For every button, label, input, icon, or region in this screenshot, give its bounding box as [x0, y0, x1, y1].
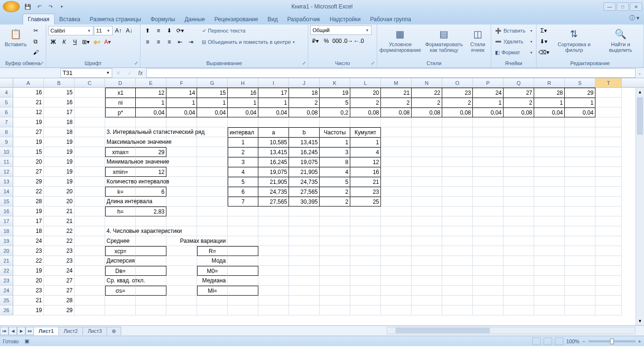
conditional-format-button[interactable]: ▦Условное форматирование — [379, 25, 421, 54]
cell[interactable]: Кумулят — [350, 127, 381, 137]
cell[interactable] — [595, 216, 622, 226]
cell[interactable]: 19 — [44, 137, 74, 147]
cell[interactable] — [166, 167, 197, 177]
cell[interactable] — [166, 246, 197, 256]
cell[interactable] — [534, 246, 565, 256]
cell[interactable]: a — [258, 127, 289, 137]
cell[interactable] — [565, 216, 595, 226]
cell[interactable]: 19 — [44, 147, 74, 157]
cell[interactable] — [289, 117, 320, 127]
maximize-button[interactable]: □ — [617, 2, 629, 11]
cell[interactable] — [412, 256, 442, 266]
cell[interactable] — [320, 286, 350, 296]
prev-sheet-icon[interactable]: ◀ — [8, 327, 17, 335]
cell[interactable] — [534, 137, 565, 147]
cell[interactable] — [473, 137, 504, 147]
cell[interactable] — [565, 266, 595, 276]
cell[interactable] — [595, 296, 622, 306]
cell[interactable]: 4 — [228, 167, 258, 177]
cell[interactable]: 19 — [44, 157, 74, 167]
cell[interactable] — [504, 167, 534, 177]
cell[interactable] — [74, 226, 105, 236]
cell[interactable]: 16,245 — [258, 157, 289, 167]
cell[interactable] — [381, 296, 412, 306]
close-button[interactable]: ✕ — [630, 2, 642, 11]
cell[interactable]: 27 — [13, 167, 44, 177]
cell[interactable]: Минимальное значение — [105, 157, 136, 167]
cell[interactable] — [595, 117, 622, 127]
cell[interactable] — [595, 207, 622, 216]
cell[interactable] — [228, 296, 258, 306]
sheet-tab[interactable]: Лист1 — [33, 327, 59, 335]
cell[interactable]: Дисперсия — [105, 256, 136, 266]
cell[interactable]: 19,075 — [258, 167, 289, 177]
cell[interactable] — [381, 276, 412, 286]
cell[interactable] — [534, 127, 565, 137]
grow-font-icon[interactable]: A↑ — [113, 25, 124, 36]
cell[interactable] — [166, 266, 197, 276]
cell[interactable]: 16 — [228, 88, 258, 98]
cell[interactable] — [412, 197, 442, 207]
cell[interactable] — [504, 187, 534, 197]
cell[interactable] — [412, 147, 442, 157]
cell[interactable] — [442, 157, 473, 167]
row-header[interactable]: 15 — [0, 197, 13, 207]
cell[interactable] — [197, 207, 228, 216]
cell[interactable] — [534, 296, 565, 306]
fx-icon[interactable]: fx — [135, 68, 146, 78]
cell[interactable]: 12 — [13, 107, 44, 117]
cell[interactable] — [565, 157, 595, 167]
cell[interactable]: 19 — [13, 137, 44, 147]
column-header[interactable]: H — [228, 78, 258, 87]
row-header[interactable]: 25 — [0, 296, 13, 306]
cell[interactable]: 19 — [44, 167, 74, 177]
cell[interactable] — [473, 167, 504, 177]
cell[interactable] — [595, 226, 622, 236]
cell[interactable] — [381, 246, 412, 256]
cell[interactable]: 23 — [350, 187, 381, 197]
cell[interactable] — [136, 236, 166, 246]
last-sheet-icon[interactable]: ⏭ — [25, 327, 34, 335]
cell[interactable]: 20 — [350, 88, 381, 98]
cell[interactable] — [412, 246, 442, 256]
cell[interactable]: 16,245 — [289, 147, 320, 157]
cell[interactable] — [565, 117, 595, 127]
page-layout-view-icon[interactable] — [544, 338, 552, 345]
cell[interactable] — [381, 147, 412, 157]
dialog-launcher-icon[interactable]: ⤢ — [301, 60, 307, 66]
cell[interactable]: xmax= — [105, 147, 136, 157]
expand-formula-icon[interactable]: ⌄ — [636, 71, 644, 75]
cell[interactable] — [350, 276, 381, 286]
cell[interactable] — [381, 157, 412, 167]
cell[interactable] — [442, 236, 473, 246]
cell[interactable]: 29 — [44, 306, 74, 315]
sort-filter-button[interactable]: ⇅Сортировка и фильтр — [550, 25, 599, 54]
cell[interactable] — [166, 207, 197, 216]
cell[interactable]: 0,08 — [442, 107, 473, 117]
cell[interactable] — [197, 147, 228, 157]
column-header[interactable]: L — [350, 78, 381, 87]
cell[interactable]: 21 — [44, 216, 74, 226]
cell[interactable] — [473, 286, 504, 296]
cell[interactable] — [534, 256, 565, 266]
cell[interactable] — [595, 266, 622, 276]
cell[interactable] — [442, 167, 473, 177]
cell[interactable]: 15 — [197, 88, 228, 98]
cell[interactable] — [412, 117, 442, 127]
cell[interactable] — [320, 266, 350, 276]
cell[interactable] — [258, 266, 289, 276]
cell[interactable]: 17 — [258, 88, 289, 98]
cell[interactable] — [350, 117, 381, 127]
cell[interactable]: 8 — [320, 157, 350, 167]
cell[interactable] — [197, 226, 228, 236]
ribbon-tab-2[interactable]: Разметка страницы — [85, 14, 146, 25]
cell[interactable] — [442, 226, 473, 236]
cell[interactable]: 21,905 — [258, 177, 289, 187]
dialog-launcher-icon[interactable]: ⤢ — [370, 60, 376, 66]
ribbon-tab-1[interactable]: Вставка — [55, 14, 85, 25]
cell[interactable] — [166, 197, 197, 207]
cell[interactable]: 1 — [228, 98, 258, 107]
column-header[interactable]: E — [136, 78, 166, 87]
sheet-tab[interactable]: Лист2 — [58, 327, 83, 335]
cell[interactable] — [320, 246, 350, 256]
